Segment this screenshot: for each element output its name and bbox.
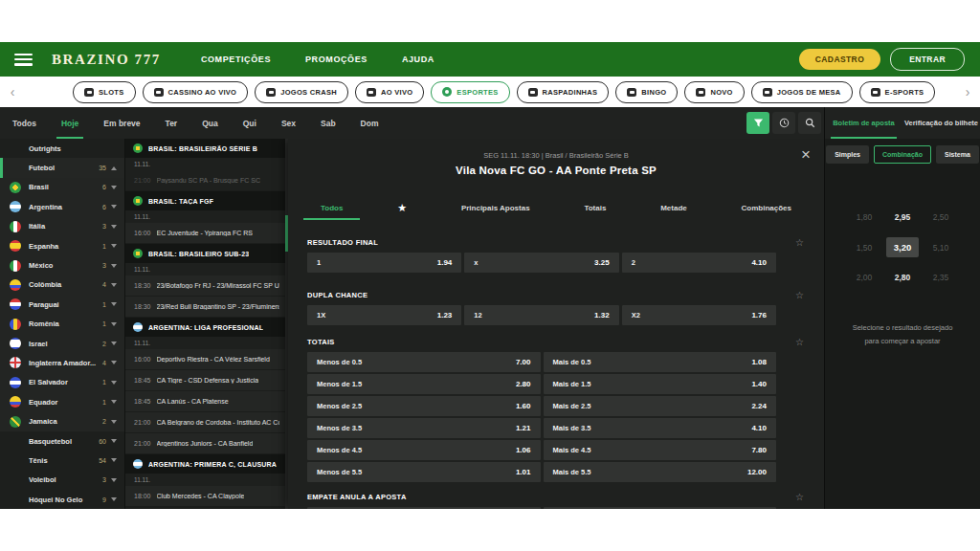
category-chip[interactable]: JOGOS CRASH — [255, 81, 348, 103]
sidebar-item[interactable]: Itália 3 — [0, 217, 124, 236]
odds-cell[interactable]: Mais de 3.5 4.10 — [544, 418, 777, 438]
match-row[interactable]: 21:00 Argentinos Juniors - CA Banfield — [125, 433, 288, 453]
sidebar-item[interactable]: Romênia 1 — [0, 315, 124, 334]
sidebar-item-count: 6 — [102, 184, 106, 190]
market-favorite-star-icon[interactable]: ☆ — [795, 237, 804, 248]
sidebar-item[interactable]: Basquetebol 60 — [0, 431, 124, 451]
bet-mode-button[interactable]: Sistema — [936, 145, 979, 164]
sidebar-item[interactable]: Espanha 1 — [0, 236, 124, 255]
header-nav-item[interactable]: AJUDA — [402, 55, 434, 64]
market-tab[interactable]: Metade — [660, 195, 687, 220]
odds-cell[interactable]: Menos de 1.5 2.80 — [307, 374, 541, 394]
search-button[interactable] — [798, 112, 821, 134]
odds-cell[interactable]: Mais de 4.5 7.80 — [544, 440, 777, 460]
category-chip[interactable]: SLOTS — [73, 81, 136, 103]
day-filter-tab[interactable]: Hoje — [49, 107, 91, 139]
sidebar-item[interactable]: Equador 1 — [0, 392, 124, 411]
header-nav-item[interactable]: PROMOÇÕES — [305, 55, 368, 64]
day-filter-tab[interactable]: Qui — [231, 107, 269, 139]
time-filter-button[interactable] — [772, 112, 795, 134]
chips-prev-icon[interactable]: ‹ — [0, 84, 25, 99]
sidebar-item[interactable]: Voleibol 3 — [0, 471, 124, 490]
odds-cell[interactable]: Mais de 5.5 12.00 — [544, 462, 777, 482]
bet-slip-tab[interactable]: Boletim de aposta — [825, 107, 902, 139]
market-tab-todos[interactable]: Todos — [321, 195, 343, 220]
day-filter-tab[interactable]: Todos — [0, 107, 49, 139]
odds-cell[interactable]: Menos de 0.5 7.00 — [307, 352, 541, 372]
sidebar-item[interactable]: Outrights — [0, 139, 124, 158]
odds-cell[interactable]: Menos de 2.5 1.60 — [307, 396, 541, 416]
day-filter-tab[interactable]: Qua — [189, 107, 231, 139]
header-nav-item[interactable]: COMPETIÇÕES — [201, 55, 271, 64]
odds-cell[interactable]: Mais de 1.5 1.40 — [544, 374, 777, 394]
day-filter-tab[interactable]: Dom — [348, 107, 391, 139]
market-tab[interactable]: Combinações — [742, 195, 791, 220]
odds-cell[interactable]: 2 4.10 — [622, 253, 776, 273]
odds-cell[interactable]: Menos de 4.5 1.06 — [307, 440, 541, 460]
match-row[interactable]: 21:00 Paysandu SC PA - Brusque FC SC — [125, 170, 288, 190]
sidebar-item[interactable]: Brasil 6 — [0, 178, 124, 197]
odds-cell[interactable]: Mais de 0.5 1.08 — [544, 352, 777, 372]
odds-cell[interactable]: x 3.25 — [464, 253, 618, 273]
market-favorite-star-icon[interactable]: ☆ — [795, 337, 804, 347]
soccer-icon — [10, 163, 21, 174]
market-favorite-star-icon[interactable]: ☆ — [795, 290, 804, 300]
sidebar-item[interactable]: México 3 — [0, 255, 124, 275]
day-filter-tab[interactable]: Sex — [269, 107, 308, 139]
match-row[interactable]: 18:30 23/Red Bull Bragantino SP - 23/Flu… — [125, 297, 288, 317]
odds-cell[interactable]: Mais de 2.5 2.24 — [544, 396, 777, 416]
sidebar-item[interactable]: Argentina 6 — [0, 197, 124, 216]
category-chip-label: JOGOS CRASH — [280, 88, 337, 97]
bet-mode-button[interactable]: Combinação — [874, 145, 931, 164]
category-chip[interactable]: RASPADINHAS — [517, 81, 610, 103]
sidebar-item[interactable]: Futebol 35 — [0, 158, 124, 177]
category-chip[interactable]: AO VIVO — [355, 81, 424, 103]
odds-cell[interactable] — [307, 507, 541, 509]
category-chip[interactable]: ESPORTES — [431, 81, 509, 103]
category-chip[interactable]: NOVO — [684, 81, 744, 103]
match-row[interactable]: 18:00 Club Mercedes - CA Claypole — [125, 486, 288, 506]
category-chip[interactable]: BINGO — [615, 81, 678, 103]
match-row[interactable]: 16:00 EC Juventude - Ypiranga FC RS — [125, 223, 288, 243]
odds-cell[interactable]: 1 1.94 — [307, 253, 461, 273]
bet-mode-button[interactable]: Simples — [826, 145, 869, 164]
favorites-tab-star-icon[interactable]: ★ — [397, 202, 407, 214]
sidebar-item[interactable]: Hóquei No Gelo 9 — [0, 490, 124, 509]
day-filter-tab[interactable]: Em breve — [91, 107, 152, 139]
login-button[interactable]: ENTRAR — [890, 48, 965, 71]
bet-slip-tab[interactable]: Verificação do bilhete — [902, 107, 980, 139]
flag-jamaica-icon — [10, 416, 21, 428]
sidebar-item[interactable]: Jamaica 2 — [0, 411, 124, 430]
match-row[interactable]: 18:30 23/Botafogo Fr RJ - 23/Mirassol FC… — [125, 276, 288, 296]
odds-cell[interactable] — [544, 507, 777, 509]
match-row[interactable]: 16:00 Deportivo Riestra - CA Vélez Sarsf… — [125, 349, 288, 369]
close-icon[interactable]: × — [801, 146, 811, 163]
sidebar-item[interactable]: Paraguai 1 — [0, 295, 124, 314]
sidebar-item[interactable]: El Salvador 1 — [0, 373, 124, 392]
market-tab[interactable]: Totais — [584, 195, 606, 220]
odds-cell[interactable]: X2 1.76 — [622, 305, 776, 325]
match-row[interactable]: 18:45 CA Lanús - CA Platense — [125, 391, 288, 411]
market-tab[interactable]: Principais Apostas — [461, 195, 530, 220]
sidebar-item[interactable]: Inglaterra Amador... 4 — [0, 353, 124, 372]
filter-funnel-button[interactable] — [746, 112, 769, 134]
category-chip[interactable]: CASSINO AO VIVO — [143, 81, 249, 103]
sidebar-item[interactable]: Israel 2 — [0, 334, 124, 353]
odds-cell[interactable]: Menos de 5.5 1.01 — [307, 462, 541, 482]
market-favorite-star-icon[interactable]: ☆ — [795, 492, 804, 502]
odds-cell[interactable]: 12 1.32 — [464, 305, 618, 325]
match-row[interactable]: 18:45 CA Tigre - CSD Defensa y Justicia — [125, 370, 288, 390]
day-filter-tab[interactable]: Sab — [308, 107, 348, 139]
illustration-odds-row: 1,50 3,20 5,10 — [848, 237, 957, 257]
chips-next-icon[interactable]: › — [955, 84, 980, 99]
sidebar-item[interactable]: Tênis 54 — [0, 451, 124, 470]
category-chip[interactable]: E-SPORTS — [859, 81, 936, 103]
odds-cell[interactable]: 1X 1.23 — [307, 305, 461, 325]
signup-button[interactable]: CADASTRO — [799, 49, 880, 70]
odds-cell[interactable]: Menos de 3.5 1.21 — [307, 418, 541, 438]
hamburger-menu-icon[interactable] — [14, 54, 33, 66]
category-chip[interactable]: JOGOS DE MESA — [751, 81, 853, 103]
sidebar-item[interactable]: Colômbia 4 — [0, 276, 124, 295]
match-row[interactable]: 21:00 CA Belgrano de Cordoba - Instituto… — [125, 412, 288, 432]
day-filter-tab[interactable]: Ter — [153, 107, 190, 139]
